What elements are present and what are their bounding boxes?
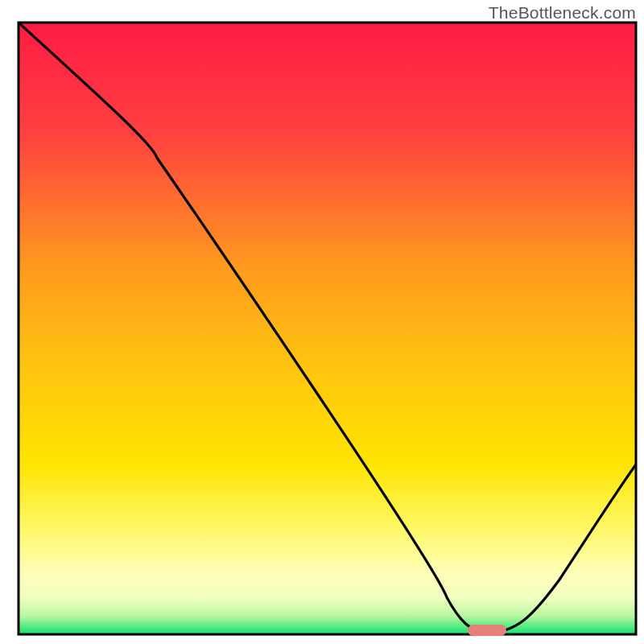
plot-background: [19, 23, 636, 634]
chart-svg: [0, 0, 644, 644]
chart-container: TheBottleneck.com: [0, 0, 644, 644]
watermark-text: TheBottleneck.com: [489, 3, 636, 23]
optimum-marker: [468, 625, 506, 636]
